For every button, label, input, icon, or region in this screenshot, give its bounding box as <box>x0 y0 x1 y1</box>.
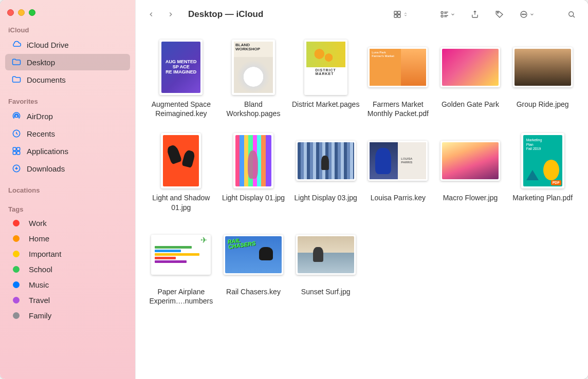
forward-button[interactable] <box>163 7 178 22</box>
section-header-tags: Tags <box>0 202 135 215</box>
minimize-button[interactable] <box>18 9 25 16</box>
file-label: Rail Chasers.key <box>226 287 281 296</box>
svg-rect-8 <box>398 11 400 14</box>
file-label: Sunset Surf.jpg <box>301 287 351 296</box>
file-item[interactable]: RAILCHASERSRail Chasers.key <box>217 226 290 306</box>
sidebar-item-recents[interactable]: Recents <box>5 125 130 142</box>
tags-button[interactable] <box>491 7 508 22</box>
sidebar-item-tag-music[interactable]: Music <box>5 277 130 292</box>
sidebar-item-label: Music <box>29 280 49 289</box>
file-thumbnail <box>293 132 359 189</box>
file-label: Light Display 01.jpg <box>222 193 285 202</box>
svg-rect-5 <box>17 151 20 155</box>
sidebar-item-label: Desktop <box>27 58 55 67</box>
sidebar-item-tag-family[interactable]: Family <box>5 308 130 323</box>
file-item[interactable]: LOUISAPARRISLouisa Parris.key <box>362 132 434 212</box>
svg-point-13 <box>498 12 499 13</box>
file-thumbnail <box>437 39 503 96</box>
sidebar-item-label: Travel <box>29 296 50 305</box>
airdrop-icon <box>11 111 22 121</box>
sidebar-item-airdrop[interactable]: AirDrop <box>5 108 130 124</box>
group-by-button[interactable] <box>437 7 458 22</box>
sidebar-item-label: Documents <box>27 75 66 84</box>
file-thumbnail <box>437 132 503 189</box>
apps-icon <box>11 146 22 156</box>
file-item[interactable]: Golden Gate Park <box>434 39 507 118</box>
file-item[interactable]: ✈Paper Airplane Experim….numbers <box>145 226 217 306</box>
sidebar-item-downloads[interactable]: Downloads <box>5 160 130 177</box>
svg-point-18 <box>569 12 574 16</box>
search-button[interactable] <box>563 7 580 22</box>
sidebar-item-tag-school[interactable]: School <box>5 262 130 277</box>
more-actions-button[interactable] <box>516 7 538 22</box>
file-label: Group Ride.jpeg <box>517 100 569 109</box>
file-thumbnail: RAILCHASERS <box>220 226 286 283</box>
file-thumbnail: BLANDWORKSHOP <box>220 39 286 96</box>
sidebar-item-label: Work <box>29 219 47 228</box>
sidebar-item-tag-important[interactable]: Important <box>5 247 130 261</box>
window-title: Desktop — iCloud <box>188 9 263 20</box>
tag-color-dot <box>13 281 20 288</box>
file-item[interactable]: BLANDWORKSHOPBland Workshop.pages <box>217 39 290 118</box>
file-item[interactable]: AUG MENTEDSP ACERE IMAGINEDAugmented Spa… <box>145 39 217 118</box>
file-item[interactable]: Light Display 01.jpg <box>217 132 290 212</box>
file-item[interactable]: Group Ride.jpeg <box>506 39 579 118</box>
section-header-locations: Locations <box>0 183 135 196</box>
folder-icon <box>11 57 22 67</box>
back-button[interactable] <box>144 7 158 22</box>
sidebar-item-icloud-drive[interactable]: iCloud Drive <box>5 36 130 53</box>
file-thumbnail <box>293 226 359 283</box>
sidebar-item-tag-work[interactable]: Work <box>5 216 130 231</box>
svg-rect-4 <box>13 151 16 155</box>
sidebar-item-label: Recents <box>27 129 55 138</box>
view-as-icons-button[interactable] <box>390 7 411 22</box>
file-label: Louisa Parris.key <box>371 193 426 202</box>
file-label: Augmented Space Reimagined.key <box>145 100 217 118</box>
sidebar-item-desktop[interactable]: Desktop <box>5 54 130 70</box>
file-grid-area: AUG MENTEDSP ACERE IMAGINEDAugmented Spa… <box>136 29 588 379</box>
svg-rect-12 <box>441 15 443 17</box>
svg-point-16 <box>523 14 524 15</box>
file-thumbnail: DISTRICTMARKET <box>293 39 359 96</box>
sidebar-item-label: Family <box>29 311 51 320</box>
svg-rect-2 <box>13 147 16 150</box>
file-item[interactable]: Luna ParkFarmer's MarketFarmers Market M… <box>362 39 434 118</box>
file-item[interactable]: Sunset Surf.jpg <box>289 226 362 306</box>
clock-icon <box>11 128 22 139</box>
svg-rect-7 <box>394 11 397 14</box>
file-thumbnail <box>510 39 576 96</box>
svg-rect-10 <box>398 15 400 17</box>
file-label: Marketing Plan.pdf <box>512 193 573 202</box>
share-button[interactable] <box>467 7 483 22</box>
close-button[interactable] <box>7 9 14 16</box>
sidebar-item-applications[interactable]: Applications <box>5 143 130 159</box>
file-thumbnail <box>148 132 214 189</box>
download-icon <box>11 163 22 174</box>
tag-color-dot <box>13 235 20 242</box>
fullscreen-button[interactable] <box>29 9 35 16</box>
window-controls <box>0 5 135 23</box>
main-area: Desktop — iCloud <box>135 0 588 379</box>
file-item[interactable]: MarketingPlanFall 2019PDFMarketing Plan.… <box>506 132 579 212</box>
file-thumbnail: Luna ParkFarmer's Market <box>365 39 431 96</box>
toolbar: Desktop — iCloud <box>136 0 588 29</box>
sidebar-item-label: School <box>29 265 52 274</box>
svg-point-0 <box>15 115 18 118</box>
tag-color-dot <box>13 297 20 304</box>
finder-window: iCloud iCloud Drive Desktop Documents Fa… <box>0 0 588 379</box>
file-item[interactable]: Macro Flower.jpg <box>434 132 507 212</box>
sidebar-item-tag-home[interactable]: Home <box>5 231 130 246</box>
svg-rect-11 <box>441 12 443 14</box>
svg-point-17 <box>525 14 526 15</box>
file-item[interactable]: DISTRICTMARKETDistrict Market.pages <box>289 39 362 118</box>
section-header-favorites: Favorites <box>0 94 135 107</box>
sidebar-item-documents[interactable]: Documents <box>5 71 130 88</box>
sidebar-item-tag-travel[interactable]: Travel <box>5 293 130 308</box>
file-label: Light Display 03.jpg <box>295 193 357 202</box>
cloud-icon <box>11 40 22 50</box>
file-label: Light and Shadow 01.jpg <box>145 193 217 212</box>
file-label: District Market.pages <box>292 100 359 109</box>
tag-color-dot <box>13 220 20 226</box>
file-item[interactable]: Light Display 03.jpg <box>289 132 362 212</box>
file-item[interactable]: Light and Shadow 01.jpg <box>145 132 217 212</box>
